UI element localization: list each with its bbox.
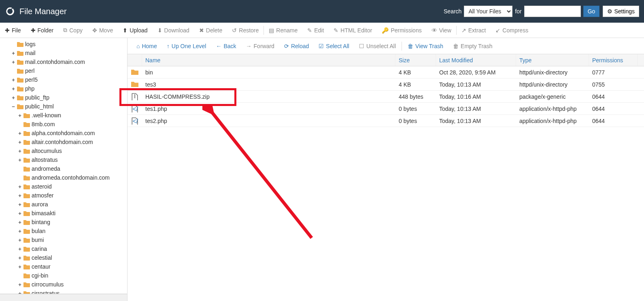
sidebar-folder-perl5[interactable]: +perl5 (3, 75, 127, 84)
tree-expander-icon[interactable]: + (17, 201, 23, 208)
sidebar-folder-bumi[interactable]: +bumi (3, 235, 127, 244)
view-trash-button[interactable]: 🗑View Trash (403, 38, 448, 54)
permissions-button[interactable]: 🔑Permissions (377, 23, 426, 38)
tree-expander-icon[interactable]: + (11, 77, 16, 83)
tree-expander-icon[interactable]: + (17, 228, 23, 234)
tree-expander-icon[interactable] (17, 273, 23, 279)
sidebar-folder-aurora[interactable]: +aurora (3, 200, 127, 209)
sidebar-folder-bintang[interactable]: +bintang (3, 218, 127, 227)
table-row[interactable]: </>tes1.php0 bytesToday, 10:13 AMapplica… (128, 103, 644, 115)
tree-expander-icon[interactable]: + (17, 219, 23, 225)
tree-expander-icon[interactable]: + (17, 130, 23, 136)
home-button[interactable]: ⌂Home (132, 38, 162, 54)
go-button[interactable]: Go (583, 6, 600, 17)
sidebar-folder-centaur[interactable]: +centaur (3, 262, 127, 271)
tree-expander-icon[interactable]: + (17, 139, 23, 145)
tree-expander-icon[interactable] (11, 68, 16, 74)
tree-expander-icon[interactable]: + (17, 148, 23, 154)
column-modified[interactable]: Last Modified (436, 54, 516, 66)
sidebar-folder-alpha-contohdomain-com[interactable]: +alpha.contohdomain.com (3, 129, 127, 138)
download-button[interactable]: ⬇Download (153, 23, 194, 38)
sidebar-folder-8mb-com[interactable]: 8mb.com (3, 120, 127, 129)
tree-expander-icon[interactable]: + (17, 193, 23, 199)
edit-button[interactable]: ✎Edit (302, 23, 329, 38)
tree-expander-icon[interactable]: + (17, 282, 23, 288)
tree-expander-icon[interactable]: + (17, 237, 23, 243)
search-input[interactable] (524, 6, 581, 17)
column-permissions[interactable]: Permissions (589, 54, 638, 66)
column-name[interactable]: Name (142, 54, 395, 66)
file-button[interactable]: ✚File (0, 23, 26, 38)
tree-expander-icon[interactable]: + (17, 157, 23, 163)
table-row[interactable]: tes34 KBToday, 10:13 AMhttpd/unix-direct… (128, 78, 644, 91)
sidebar-folder-bulan[interactable]: +bulan (3, 227, 127, 235)
sidebar-folder-andromeda-contohdomain-com[interactable]: andromeda.contohdomain.com (3, 173, 127, 182)
upload-button[interactable]: ⬆Upload (118, 23, 152, 38)
tree-expander-icon[interactable] (17, 175, 23, 181)
reload-button[interactable]: ⟳Reload (279, 38, 314, 54)
sidebar-folder-mail-contohdomain-com[interactable]: +mail.contohdomain.com (3, 57, 127, 66)
sidebar-folder-cirrocumulus[interactable]: +cirrocumulus (3, 280, 127, 289)
tree-expander-icon[interactable] (11, 41, 16, 47)
folder-tree-sidebar[interactable]: logs+mail+mail.contohdomain.com perl+per… (0, 38, 128, 301)
restore-button[interactable]: ↺Restore (227, 23, 264, 38)
html-editor-button[interactable]: ✎HTML Editor (329, 23, 377, 38)
table-row[interactable]: HASIL-COMMPRESS.zip448 bytesToday, 10:16… (128, 91, 644, 103)
sidebar-folder-public-html[interactable]: −public_html (3, 102, 127, 111)
up-one-level-button[interactable]: ↑Up One Level (162, 38, 211, 54)
settings-button[interactable]: ⚙ Settings (603, 6, 639, 17)
tree-expander-icon[interactable] (17, 166, 23, 172)
tree-expander-icon[interactable]: + (11, 59, 16, 65)
sidebar-folder-php[interactable]: +php (3, 84, 127, 93)
sidebar-folder-cgi-bin[interactable]: cgi-bin (3, 271, 127, 280)
cell-type: application/x-httpd-php (516, 106, 589, 112)
forward-button[interactable]: →Forward (241, 38, 279, 54)
column-size[interactable]: Size (395, 54, 436, 66)
sidebar-folder-atmosfer[interactable]: +atmosfer (3, 191, 127, 200)
table-row[interactable]: </>tes2.php0 bytesToday, 10:13 AMapplica… (128, 115, 644, 127)
sidebar-folder-mail[interactable]: +mail (3, 49, 127, 57)
tree-label: .well-known (31, 112, 61, 119)
sidebar-folder-bimasakti[interactable]: +bimasakti (3, 209, 127, 218)
sidebar-folder-asteroid[interactable]: +asteroid (3, 182, 127, 191)
tree-expander-icon[interactable]: + (17, 210, 23, 216)
tree-expander-icon[interactable]: + (17, 264, 23, 270)
tree-expander-icon[interactable]: + (17, 112, 23, 119)
tree-expander-icon[interactable] (17, 121, 23, 127)
view-button[interactable]: 👁View (427, 23, 456, 38)
empty-trash-button[interactable]: 🗑Empty Trash (448, 38, 497, 54)
tree-expander-icon[interactable]: + (11, 50, 16, 56)
tree-expander-icon[interactable]: + (17, 246, 23, 252)
search-scope-select[interactable]: All Your Files (464, 6, 512, 17)
copy-button[interactable]: ⧉Copy (58, 23, 87, 38)
sidebar-folder-celestial[interactable]: +celestial (3, 253, 127, 262)
sidebar-folder-andromeda[interactable]: andromeda (3, 164, 127, 173)
tree-expander-icon[interactable]: + (17, 255, 23, 261)
compress-button[interactable]: ↙Compress (491, 23, 533, 38)
move-button[interactable]: ✥Move (87, 23, 118, 38)
rename-button[interactable]: ▤Rename (264, 23, 302, 38)
tree-expander-icon[interactable]: + (17, 184, 23, 190)
app-title: File Manager (19, 7, 67, 16)
folder-button[interactable]: ✚Folder (26, 23, 59, 38)
table-row[interactable]: bin4 KBOct 28, 2020, 9:59 AMhttpd/unix-d… (128, 66, 644, 78)
sidebar-folder-altocumulus[interactable]: +altocumulus (3, 146, 127, 155)
sidebar-folder-altostratus[interactable]: +altostratus (3, 155, 127, 164)
unselect-all-button[interactable]: ☐Unselect All (354, 38, 401, 54)
tree-expander-icon[interactable]: − (11, 104, 16, 110)
delete-button[interactable]: ✖Delete (194, 23, 227, 38)
sidebar-folder-logs[interactable]: logs (3, 40, 127, 49)
horizontal-scrollbar[interactable] (0, 294, 127, 301)
tree-expander-icon[interactable]: + (11, 95, 16, 101)
sidebar-folder-carina[interactable]: +carina (3, 244, 127, 253)
select-all-button[interactable]: ☑Select All (314, 38, 354, 54)
sidebar-folder--well-known[interactable]: +.well-known (3, 111, 127, 120)
sidebar-folder-public-ftp[interactable]: +public_ftp (3, 93, 127, 102)
column-type[interactable]: Type (516, 54, 589, 66)
svg-text:</>: </> (132, 117, 138, 124)
tree-expander-icon[interactable]: + (11, 86, 16, 92)
sidebar-folder-perl[interactable]: perl (3, 66, 127, 75)
back-button[interactable]: ←Back (211, 38, 241, 54)
extract-button[interactable]: ↗Extract (457, 23, 491, 38)
sidebar-folder-altair-contohdomain-com[interactable]: +altair.contohdomain.com (3, 138, 127, 146)
